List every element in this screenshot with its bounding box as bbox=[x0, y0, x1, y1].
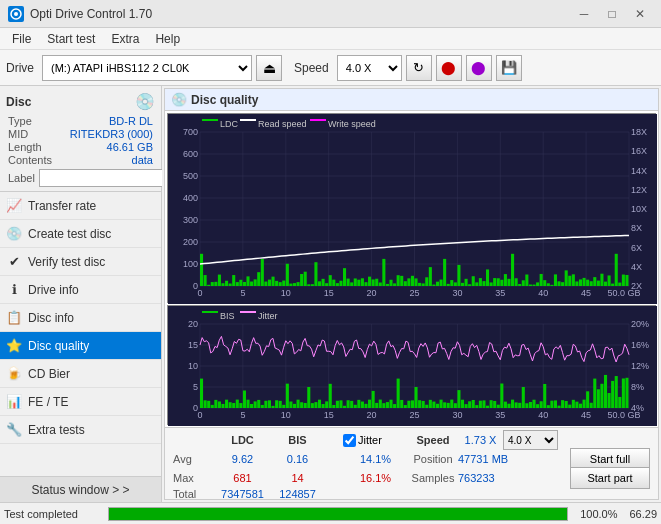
speed-label: Speed bbox=[294, 61, 329, 75]
progress-bar-fill bbox=[109, 508, 567, 520]
disc-contents-key: Contents bbox=[8, 154, 52, 166]
sidebar-item-disc-info-label: Disc info bbox=[28, 311, 74, 325]
total-ldc: 7347581 bbox=[215, 488, 270, 500]
statusbar-right-val: 66.29 bbox=[629, 508, 657, 520]
disc-quality-icon: ⭐ bbox=[6, 338, 22, 354]
samples-label: Samples bbox=[408, 472, 458, 484]
sidebar-item-create-test-disc-label: Create test disc bbox=[28, 227, 111, 241]
sidebar-item-extra-tests-label: Extra tests bbox=[28, 423, 85, 437]
sidebar-item-transfer-rate-label: Transfer rate bbox=[28, 199, 96, 213]
titlebar: Opti Drive Control 1.70 ─ □ ✕ bbox=[0, 0, 661, 28]
content-area: 💿 Disc quality LDC BIS bbox=[162, 86, 661, 502]
max-jitter: 16.1% bbox=[343, 472, 408, 484]
minimize-button[interactable]: ─ bbox=[571, 4, 597, 24]
speed-select[interactable]: 1.0 X 2.0 X 4.0 X 8.0 X bbox=[337, 55, 402, 81]
sidebar-item-disc-info[interactable]: 📋 Disc info bbox=[0, 304, 161, 332]
window-controls: ─ □ ✕ bbox=[571, 4, 653, 24]
menu-extra[interactable]: Extra bbox=[103, 30, 147, 48]
disc-length-val: 46.61 GB bbox=[107, 141, 153, 153]
progress-bar bbox=[108, 507, 568, 521]
disc-mid-row: MID RITEKDR3 (000) bbox=[6, 128, 155, 140]
chart-area bbox=[165, 111, 658, 427]
disc-section-label: Disc bbox=[6, 95, 31, 109]
start-part-button[interactable]: Start part bbox=[570, 467, 650, 489]
top-chart bbox=[167, 113, 656, 303]
panel-header: 💿 Disc quality bbox=[165, 89, 658, 111]
bottom-chart bbox=[167, 305, 656, 425]
sidebar-item-verify-test-disc[interactable]: ✔ Verify test disc bbox=[0, 248, 161, 276]
max-bis: 14 bbox=[270, 472, 325, 484]
sidebar-nav: 📈 Transfer rate 💿 Create test disc ✔ Ver… bbox=[0, 192, 161, 476]
main-area: Disc 💿 Type BD-R DL MID RITEKDR3 (000) L… bbox=[0, 86, 661, 502]
disc-length-row: Length 46.61 GB bbox=[6, 141, 155, 153]
disc-info-icon: 📋 bbox=[6, 310, 22, 326]
disc-type-val: BD-R DL bbox=[109, 115, 153, 127]
jitter-checkbox[interactable] bbox=[343, 434, 356, 447]
disc-quality-panel: 💿 Disc quality LDC BIS bbox=[164, 88, 659, 500]
sidebar-item-disc-quality-label: Disc quality bbox=[28, 339, 89, 353]
panel-title: Disc quality bbox=[191, 93, 258, 107]
stats-ldc-header: LDC bbox=[215, 434, 270, 446]
close-button[interactable]: ✕ bbox=[627, 4, 653, 24]
status-window-button[interactable]: Status window > > bbox=[0, 476, 161, 502]
disc-type-row: Type BD-R DL bbox=[6, 115, 155, 127]
disc-icon: 💿 bbox=[135, 92, 155, 111]
disc-type-key: Type bbox=[8, 115, 32, 127]
sidebar-item-drive-info-label: Drive info bbox=[28, 283, 79, 297]
maximize-button[interactable]: □ bbox=[599, 4, 625, 24]
samples-val: 763233 bbox=[458, 472, 558, 484]
sidebar-item-create-test-disc[interactable]: 💿 Create test disc bbox=[0, 220, 161, 248]
avg-ldc: 9.62 bbox=[215, 453, 270, 465]
sidebar: Disc 💿 Type BD-R DL MID RITEKDR3 (000) L… bbox=[0, 86, 162, 502]
total-bis: 124857 bbox=[270, 488, 325, 500]
position-label: Position bbox=[408, 453, 458, 465]
progress-percent: 100.0% bbox=[572, 508, 617, 520]
stats-bis-header: BIS bbox=[270, 434, 325, 446]
menu-help[interactable]: Help bbox=[147, 30, 188, 48]
toolbar: Drive (M:) ATAPI iHBS112 2 CL0K ⏏ Speed … bbox=[0, 50, 661, 86]
avg-bis: 0.16 bbox=[270, 453, 325, 465]
max-label: Max bbox=[173, 472, 215, 484]
status-window-label: Status window > > bbox=[31, 483, 129, 497]
menu-start-test[interactable]: Start test bbox=[39, 30, 103, 48]
jitter-checkbox-label[interactable]: Jitter bbox=[343, 434, 408, 447]
disc-header: Disc 💿 bbox=[6, 92, 155, 111]
position-val: 47731 MB bbox=[458, 453, 558, 465]
stats-footer: LDC BIS Jitter Speed 1.73 X 1.0 X2.0 X4.… bbox=[165, 427, 658, 499]
stats-speed-display: 1.73 X bbox=[458, 434, 503, 446]
burn-button[interactable]: ⬤ bbox=[436, 55, 462, 81]
verify-test-disc-icon: ✔ bbox=[6, 254, 22, 270]
stats-speed-header: Speed bbox=[408, 434, 458, 446]
refresh-button[interactable]: ↻ bbox=[406, 55, 432, 81]
status-text: Test completed bbox=[4, 508, 104, 520]
disc-mid-key: MID bbox=[8, 128, 28, 140]
sidebar-item-transfer-rate[interactable]: 📈 Transfer rate bbox=[0, 192, 161, 220]
sidebar-item-disc-quality[interactable]: ⭐ Disc quality bbox=[0, 332, 161, 360]
sidebar-item-fe-te-label: FE / TE bbox=[28, 395, 68, 409]
disc-contents-row: Contents data bbox=[6, 154, 155, 166]
cd-bier-icon: 🍺 bbox=[6, 366, 22, 382]
save-button[interactable]: 💾 bbox=[496, 55, 522, 81]
verify-button[interactable]: ⬤ bbox=[466, 55, 492, 81]
menu-file[interactable]: File bbox=[4, 30, 39, 48]
titlebar-title: Opti Drive Control 1.70 bbox=[30, 7, 571, 21]
drive-select[interactable]: (M:) ATAPI iHBS112 2 CL0K bbox=[42, 55, 252, 81]
sidebar-item-fe-te[interactable]: 📊 FE / TE bbox=[0, 388, 161, 416]
sidebar-item-cd-bier[interactable]: 🍺 CD Bier bbox=[0, 360, 161, 388]
drive-info-icon: ℹ bbox=[6, 282, 22, 298]
disc-section: Disc 💿 Type BD-R DL MID RITEKDR3 (000) L… bbox=[0, 86, 161, 192]
disc-contents-val: data bbox=[132, 154, 153, 166]
menubar: File Start test Extra Help bbox=[0, 28, 661, 50]
max-ldc: 681 bbox=[215, 472, 270, 484]
sidebar-item-extra-tests[interactable]: 🔧 Extra tests bbox=[0, 416, 161, 444]
sidebar-item-drive-info[interactable]: ℹ Drive info bbox=[0, 276, 161, 304]
eject-button[interactable]: ⏏ bbox=[256, 55, 282, 81]
drive-label: Drive bbox=[6, 61, 34, 75]
disc-label-row: Label ✎ bbox=[6, 169, 155, 187]
extra-tests-icon: 🔧 bbox=[6, 422, 22, 438]
svg-point-1 bbox=[14, 12, 18, 16]
app-icon bbox=[8, 6, 24, 22]
disc-mid-val: RITEKDR3 (000) bbox=[70, 128, 153, 140]
stats-speed-select[interactable]: 1.0 X2.0 X4.0 X bbox=[503, 430, 558, 450]
sidebar-item-cd-bier-label: CD Bier bbox=[28, 367, 70, 381]
